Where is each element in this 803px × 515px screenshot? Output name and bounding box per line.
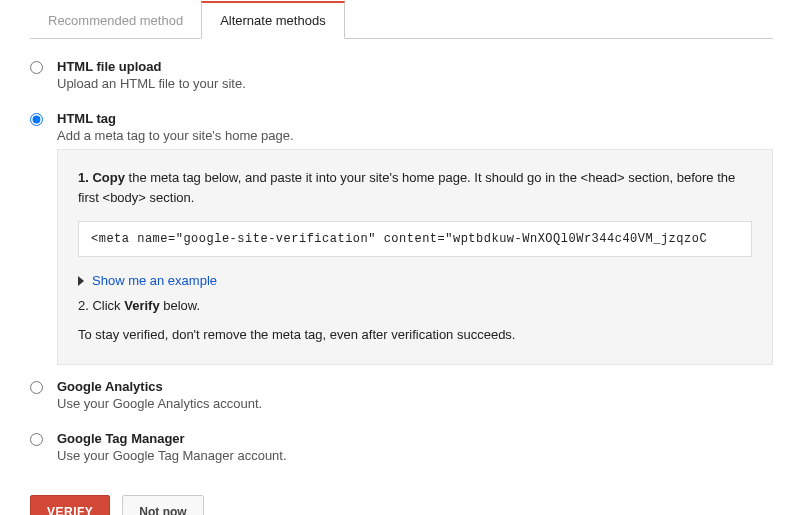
step2-bold: Verify — [124, 298, 159, 313]
detail-box: 1. Copy the meta tag below, and paste it… — [57, 149, 773, 365]
option-desc: Use your Google Tag Manager account. — [57, 448, 773, 463]
radio-analytics[interactable] — [30, 381, 43, 394]
option-title: Google Analytics — [57, 379, 773, 394]
example-link-row: Show me an example — [78, 273, 752, 288]
option-title: HTML file upload — [57, 59, 773, 74]
step2-pre: 2. Click — [78, 298, 124, 313]
step1-bold: 1. Copy — [78, 170, 125, 185]
show-example-link[interactable]: Show me an example — [92, 273, 217, 288]
meta-code-box[interactable]: <meta name="google-site-verification" co… — [78, 221, 752, 257]
tabs-bar: Recommended method Alternate methods — [30, 0, 773, 39]
step1-text: 1. Copy the meta tag below, and paste it… — [78, 168, 752, 207]
step2-post: below. — [160, 298, 200, 313]
not-now-button[interactable]: Not now — [122, 495, 203, 515]
tab-recommended[interactable]: Recommended method — [30, 1, 201, 39]
option-desc: Upload an HTML file to your site. — [57, 76, 773, 91]
verify-button[interactable]: VERIFY — [30, 495, 110, 515]
radio-html-tag[interactable] — [30, 113, 43, 126]
option-tag-manager[interactable]: Google Tag Manager Use your Google Tag M… — [30, 431, 773, 469]
option-desc: Use your Google Analytics account. — [57, 396, 773, 411]
option-analytics[interactable]: Google Analytics Use your Google Analyti… — [30, 379, 773, 417]
stay-verified-text: To stay verified, don't remove the meta … — [78, 327, 752, 342]
radio-html-file[interactable] — [30, 61, 43, 74]
action-buttons: VERIFY Not now — [30, 495, 773, 515]
option-html-tag[interactable]: HTML tag Add a meta tag to your site's h… — [30, 111, 773, 365]
step1-rest: the meta tag below, and paste it into yo… — [78, 170, 735, 205]
option-title: Google Tag Manager — [57, 431, 773, 446]
step2-text: 2. Click Verify below. — [78, 298, 752, 313]
tab-alternate[interactable]: Alternate methods — [201, 1, 345, 39]
option-html-file[interactable]: HTML file upload Upload an HTML file to … — [30, 59, 773, 97]
option-desc: Add a meta tag to your site's home page. — [57, 128, 773, 143]
option-title: HTML tag — [57, 111, 773, 126]
radio-tag-manager[interactable] — [30, 433, 43, 446]
triangle-right-icon — [78, 276, 84, 286]
